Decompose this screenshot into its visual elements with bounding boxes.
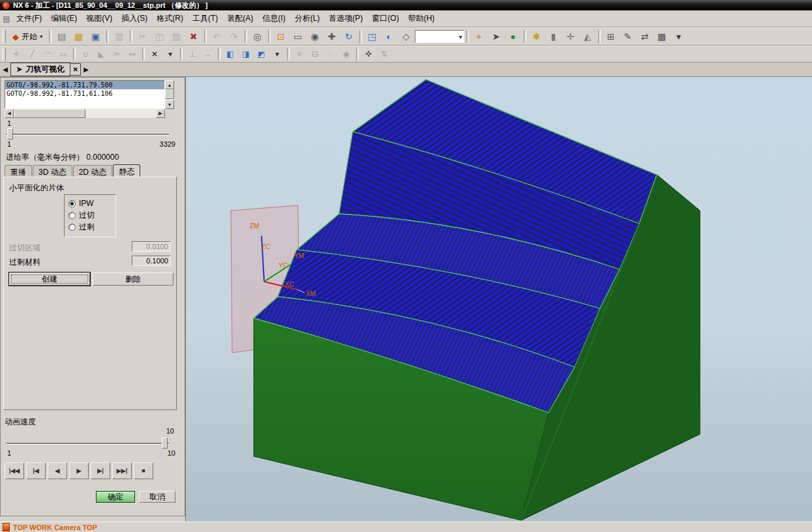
pattern-icon[interactable]: ▩ — [654, 29, 670, 44]
fillet-icon[interactable]: ∪ — [78, 47, 93, 61]
horizontal-scroll-thumb[interactable] — [14, 109, 85, 118]
constraint-icon[interactable]: ⊥ — [185, 47, 200, 61]
cancel-button[interactable]: 取消 — [139, 491, 175, 503]
fit-view-icon[interactable]: ⊡ — [273, 29, 290, 44]
animation-speed-slider[interactable] — [6, 437, 169, 449]
show-icon[interactable]: ◉ — [338, 47, 354, 61]
point-icon[interactable]: ✛ — [8, 47, 24, 61]
slider-thumb[interactable] — [7, 128, 13, 140]
group-icon[interactable]: ⊟ — [307, 47, 323, 61]
tab-2d-dynamic[interactable]: 2D 动态 — [73, 165, 113, 178]
menu-item[interactable]: 帮助(H) — [404, 11, 440, 26]
view-cube-top-icon[interactable]: ◨ — [238, 47, 254, 61]
lock-icon[interactable]: ▮ — [545, 29, 562, 44]
play-forward-button[interactable]: ▶ — [69, 462, 89, 479]
copy-icon[interactable]: ◫ — [151, 29, 168, 44]
view-cube-iso-icon[interactable]: ◩ — [254, 47, 269, 61]
radio-ipw[interactable]: IPW — [68, 198, 112, 209]
menu-item[interactable]: 文件(F) — [12, 11, 46, 26]
layer-icon[interactable]: ≡ — [292, 47, 307, 61]
menu-item[interactable]: 编辑(E) — [46, 11, 82, 26]
start-button[interactable]: ◆ 开始 ▾ — [8, 29, 47, 44]
undo-icon[interactable]: ↶ — [209, 29, 226, 44]
more-dropdown-icon[interactable]: ▾ — [670, 29, 687, 44]
delete-small-icon[interactable]: ✕ — [147, 47, 162, 61]
sketch-icon[interactable]: ✎ — [620, 29, 637, 44]
paste-icon[interactable]: ▨ — [168, 29, 185, 44]
ok-button[interactable]: 确定 — [96, 491, 135, 503]
menu-item[interactable]: 分析(L) — [290, 11, 325, 26]
stop-button[interactable]: ■ — [134, 462, 153, 479]
toolbar-grip[interactable] — [3, 48, 6, 61]
go-to-start-button[interactable]: |◀◀ — [5, 462, 24, 479]
menu-item[interactable]: 首选项(P) — [324, 11, 367, 26]
work-layer-icon[interactable]: ● — [505, 29, 522, 44]
shaded-view-icon[interactable]: ◐ — [381, 29, 398, 44]
step-forward-button[interactable]: ▶| — [91, 462, 110, 479]
menu-item[interactable]: 窗口(O) — [367, 11, 403, 26]
cut-icon[interactable]: ✂ — [134, 29, 151, 44]
trimetric-view-icon[interactable]: ◳ — [364, 29, 381, 44]
extend-icon[interactable]: ↦ — [125, 47, 140, 61]
render-style-combo[interactable]: ▾ — [415, 30, 464, 43]
selection-filter-icon[interactable]: ➤ — [488, 29, 505, 44]
scroll-up-button[interactable]: ▲ — [165, 80, 174, 89]
view-cube-front-icon[interactable]: ◧ — [222, 47, 238, 61]
document-window-icon[interactable]: ▤ — [1, 14, 12, 23]
pan-icon[interactable]: ✚ — [323, 29, 340, 44]
3d-viewport[interactable]: ZM ZC YM YC XC XM — [186, 77, 812, 522]
redo-icon[interactable]: ↷ — [226, 29, 243, 44]
tab-toolpath-visualization[interactable]: ➤ 刀轨可视化 — [10, 63, 70, 76]
slider-thumb[interactable] — [162, 437, 168, 449]
command-finder-icon[interactable]: ◎ — [249, 29, 266, 44]
toolbar-grip[interactable] — [3, 30, 6, 43]
menu-item[interactable]: 装配(A) — [222, 11, 258, 26]
hide-icon[interactable]: ◌ — [323, 47, 338, 61]
arc-icon[interactable]: ◠ — [40, 47, 55, 61]
snap-point-icon[interactable]: ⌖ — [471, 29, 488, 44]
vertical-scroll-thumb[interactable] — [165, 89, 174, 99]
chamfer-icon[interactable]: ◣ — [93, 47, 109, 61]
motion-slider[interactable] — [6, 128, 169, 140]
tab-next-button[interactable]: ▶ — [81, 64, 91, 76]
radio-overcut[interactable]: 过切 — [68, 209, 112, 221]
tab-replay[interactable]: 重播 — [5, 165, 32, 178]
new-file-icon[interactable]: ▤ — [53, 29, 70, 44]
step-back-button[interactable]: |◀ — [26, 462, 46, 479]
menu-item[interactable]: 视图(V) — [82, 11, 117, 26]
print-icon[interactable]: ▥ — [111, 29, 128, 44]
trim-icon[interactable]: ✂ — [109, 47, 125, 61]
analysis-icon[interactable]: ◭ — [579, 29, 596, 44]
tab-prev-button[interactable]: ◀ — [0, 64, 10, 76]
tab-close-button[interactable]: ✕ — [70, 63, 81, 76]
delete-icon[interactable]: ✖ — [185, 29, 202, 44]
open-folder-icon[interactable]: ▦ — [70, 29, 87, 44]
transform-icon[interactable]: ⇅ — [376, 47, 392, 61]
scroll-right-button[interactable]: ▶ — [156, 109, 165, 118]
goto-line[interactable]: GOTO/-98.992,-81.731,79.500 — [5, 81, 164, 89]
delete-button[interactable]: 删除 — [93, 273, 173, 286]
zoom-icon[interactable]: ◉ — [307, 29, 323, 44]
view-dropdown-icon[interactable]: ▾ — [269, 47, 285, 61]
datum-icon[interactable]: ⊞ — [603, 29, 620, 44]
menu-item[interactable]: 信息(I) — [258, 11, 290, 26]
measure-icon[interactable]: ✛ — [562, 29, 579, 44]
rect-icon[interactable]: ▭ — [55, 47, 71, 61]
radio-excess[interactable]: 过剩 — [68, 221, 112, 233]
create-button[interactable]: 创建 — [9, 273, 90, 286]
scroll-left-button[interactable]: ◀ — [5, 109, 14, 118]
wireframe-view-icon[interactable]: ◇ — [398, 29, 415, 44]
wcs-icon[interactable]: ✜ — [361, 47, 376, 61]
play-backward-button[interactable]: ◀ — [48, 462, 67, 479]
menu-item[interactable]: 格式(R) — [152, 11, 188, 26]
save-icon[interactable]: ▣ — [87, 29, 104, 44]
move-icon[interactable]: ⇄ — [637, 29, 654, 44]
scroll-down-button[interactable]: ▼ — [165, 100, 174, 109]
menu-item[interactable]: 工具(T) — [188, 11, 222, 26]
dimension-icon[interactable]: ↔ — [200, 47, 216, 61]
goto-line[interactable]: GOTO/-98.992,-81.731,61.106 — [5, 89, 164, 98]
line-icon[interactable]: ╱ — [24, 47, 40, 61]
key-icon[interactable]: ✱ — [528, 29, 545, 44]
delete-dropdown-icon[interactable]: ▾ — [162, 47, 178, 61]
goto-listbox[interactable]: GOTO/-98.992,-81.731,79.500 GOTO/-98.992… — [5, 80, 165, 109]
